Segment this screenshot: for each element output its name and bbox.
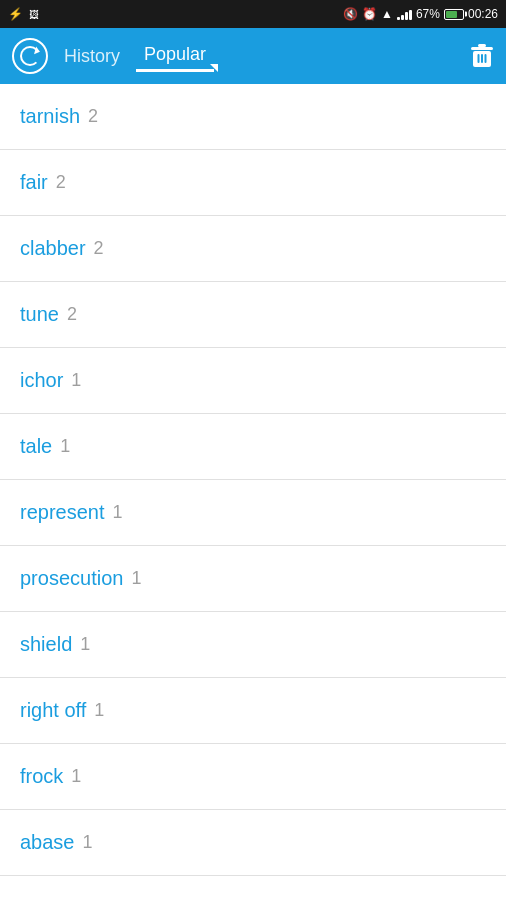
status-right-info: 🔇 ⏰ ▲ 67% 00:26 [343,7,498,21]
word-count: 2 [67,304,77,325]
tab-popular[interactable]: Popular [136,40,214,72]
list-item[interactable]: shield1 [0,612,506,678]
word-count: 1 [113,502,123,523]
svg-rect-4 [481,54,483,63]
signal-bars [397,8,412,20]
word-text: fair [20,171,48,194]
list-item[interactable]: represent1 [0,480,506,546]
signal-bar-1 [397,17,400,20]
word-text: tarnish [20,105,80,128]
wifi-icon: ▲ [381,7,393,21]
list-item[interactable]: frock1 [0,744,506,810]
svg-rect-3 [478,54,480,63]
time-display: 00:26 [468,7,498,21]
battery-icon [444,9,464,20]
word-count: 1 [71,370,81,391]
word-text: shield [20,633,72,656]
list-item[interactable]: ichor1 [0,348,506,414]
word-count: 1 [83,832,93,853]
word-count: 1 [60,436,70,457]
list-item[interactable]: tune2 [0,282,506,348]
status-left-icons [8,7,39,21]
usb-icon [8,7,23,21]
signal-bar-2 [401,15,404,20]
svg-rect-1 [478,44,486,47]
status-bar: 🔇 ⏰ ▲ 67% 00:26 [0,0,506,28]
word-text: represent [20,501,105,524]
word-text: tune [20,303,59,326]
delete-button[interactable] [470,44,494,68]
list-item[interactable]: right off1 [0,678,506,744]
word-text: frock [20,765,63,788]
list-item[interactable]: fair2 [0,150,506,216]
word-count: 1 [71,766,81,787]
list-item[interactable]: tale1 [0,414,506,480]
list-item[interactable]: abase1 [0,810,506,876]
word-text: ichor [20,369,63,392]
word-count: 2 [88,106,98,127]
word-list: tarnish2fair2clabber2tune2ichor1tale1rep… [0,84,506,876]
word-text: abase [20,831,75,854]
list-item[interactable]: prosecution1 [0,546,506,612]
signal-bar-3 [405,12,408,20]
image-icon [29,7,39,21]
list-item[interactable]: tarnish2 [0,84,506,150]
word-text: tale [20,435,52,458]
word-count: 2 [56,172,66,193]
history-icon[interactable] [12,38,48,74]
alarm-icon: ⏰ [362,7,377,21]
toolbar: History Popular [0,28,506,84]
svg-rect-0 [471,47,493,50]
tab-history[interactable]: History [56,42,128,71]
mute-icon: 🔇 [343,7,358,21]
list-item[interactable]: clabber2 [0,216,506,282]
word-text: right off [20,699,86,722]
toolbar-tabs: History Popular [12,38,470,74]
signal-bar-4 [409,10,412,20]
word-text: prosecution [20,567,123,590]
svg-rect-5 [485,54,487,63]
word-count: 1 [94,700,104,721]
word-text: clabber [20,237,86,260]
word-count: 1 [131,568,141,589]
battery-percentage: 67% [416,7,440,21]
word-count: 1 [80,634,90,655]
word-count: 2 [94,238,104,259]
